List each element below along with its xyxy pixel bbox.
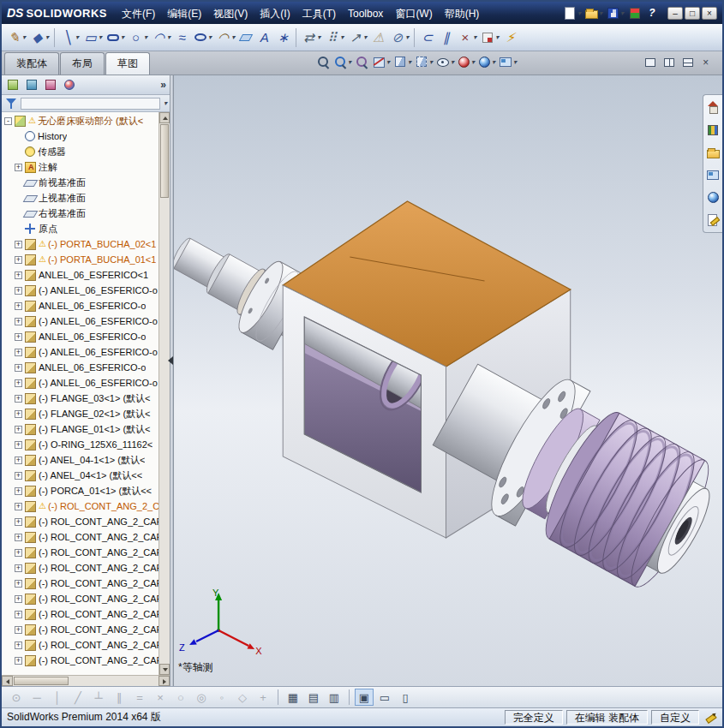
filter-vertices-icon[interactable]: ▯ — [396, 689, 415, 706]
tree-item[interactable]: +(-) ROL_CONT_ANG_2_CARR — [2, 653, 159, 668]
tree-item[interactable]: 右视基准面 — [2, 206, 159, 221]
expander-icon[interactable]: + — [15, 472, 22, 480]
tree-item[interactable]: +ANLEL_06_ESFERICO-o — [2, 329, 159, 344]
expander-icon[interactable]: - — [4, 117, 12, 125]
restore-button[interactable]: □ — [685, 7, 700, 20]
options-icon[interactable]: ▾ — [479, 27, 500, 48]
expander-icon[interactable]: + — [15, 564, 22, 572]
design-library-tab[interactable] — [705, 122, 721, 138]
sketch-alert-icon[interactable]: ⚠ — [369, 27, 387, 48]
tree-item[interactable]: +(-) ROL_CONT_ANG_2_CARR — [2, 637, 159, 653]
panel-expand-chevron-icon[interactable]: » — [160, 79, 166, 91]
expander-icon[interactable]: + — [15, 456, 22, 464]
zoom-area-icon[interactable]: ▾ — [332, 54, 352, 69]
scroll-left-icon[interactable] — [2, 676, 13, 686]
expander-icon[interactable]: + — [15, 364, 22, 372]
menu-item[interactable]: 帮助(H) — [439, 4, 486, 23]
selection-filter-icon[interactable]: ▭ — [375, 689, 394, 706]
propertymanager-tab[interactable] — [24, 77, 39, 92]
smart-dimension-icon[interactable]: ◆▾ — [28, 27, 51, 48]
custom-properties-tab[interactable] — [705, 212, 721, 228]
menu-item[interactable]: 视图(V) — [207, 4, 254, 23]
configurationmanager-tab[interactable] — [43, 77, 58, 92]
tree-item[interactable]: 传感器 — [2, 144, 159, 159]
tree-item[interactable]: +(-) ANLEL_06_ESFERICO-o — [2, 344, 159, 360]
filter-toggle-icon[interactable]: ▣ — [355, 689, 374, 706]
rectangle-icon[interactable]: ▭▾ — [81, 27, 104, 48]
tree-item[interactable]: +(-) ANEL_04-1<1> (默认< — [2, 452, 159, 468]
open-button[interactable]: ▾ — [584, 6, 603, 20]
edit-appearance-icon[interactable]: ▾ — [457, 55, 476, 69]
tree-item[interactable]: +(-) ROL_CONT_ANG_2_CARR — [2, 622, 159, 637]
expander-icon[interactable]: + — [15, 164, 22, 171]
relation-fix-icon[interactable]: × — [151, 689, 170, 706]
minimize-button[interactable]: – — [667, 7, 683, 20]
expander-icon[interactable]: + — [15, 256, 22, 264]
graphics-viewport[interactable]: Y X Z *等轴测 — [174, 75, 722, 686]
menu-item[interactable]: 编辑(E) — [161, 4, 207, 23]
expander-icon[interactable]: + — [15, 318, 22, 325]
tree-item[interactable]: +ANLEL_06_ESFERICO<1 — [2, 267, 159, 283]
expander-icon[interactable]: + — [15, 641, 22, 649]
section-view-icon[interactable]: ▾ — [371, 54, 391, 69]
split-viewport-vertical-icon[interactable] — [681, 56, 695, 69]
filter-funnel-icon[interactable] — [4, 97, 18, 110]
expander-icon[interactable]: + — [15, 549, 22, 557]
move-entities-icon[interactable]: ↗▾ — [346, 27, 368, 48]
tree-item[interactable]: +(-) ANEL_04<1> (默认<< — [2, 468, 159, 483]
edit-pencil-icon[interactable] — [704, 711, 717, 724]
expander-icon[interactable]: + — [15, 518, 22, 526]
tree-item[interactable]: +(-) ROL_CONT_ANG_2_CARR — [2, 606, 159, 622]
snap-settings-icon[interactable]: ▤ — [304, 689, 323, 706]
scrollbar-thumb[interactable] — [14, 677, 69, 685]
expander-icon[interactable]: + — [15, 595, 22, 603]
tree-item[interactable]: +(-) ANLEL_06_ESFERICO-o — [2, 375, 159, 391]
menu-item[interactable]: 插入(I) — [254, 4, 296, 23]
fillet-icon[interactable]: ◠▾ — [214, 27, 236, 48]
model-3d[interactable]: Y X Z — [174, 75, 722, 686]
tree-item[interactable]: +(-) ROL_CONT_ANG_2_CARR — [2, 591, 159, 606]
tree-item[interactable]: +⚠(-) PORTA_BUCHA_02<1 — [2, 236, 159, 252]
tree-item[interactable]: +ANLEL_06_ESFERICO-o — [2, 360, 159, 375]
filter-dropdown-icon[interactable]: ▾ — [164, 99, 167, 107]
relation-horizontal-icon[interactable]: ─ — [27, 689, 46, 706]
tab-布局[interactable]: 布局 — [60, 52, 105, 75]
mirror-entities-icon[interactable]: ⇄▾ — [300, 27, 322, 48]
grid-settings-icon[interactable]: ▦ — [284, 689, 302, 706]
tree-item[interactable]: +(-) ROL_CONT_ANG_2_CARR — [2, 576, 159, 591]
menu-item[interactable]: 窗口(W) — [389, 4, 438, 23]
arc-icon[interactable]: ◠▾ — [150, 27, 172, 48]
menu-item[interactable]: Toolbox — [342, 4, 389, 23]
maximize-viewport-icon[interactable] — [643, 56, 657, 69]
tree-item[interactable]: +(-) ANLEL_06_ESFERICO-o — [2, 313, 159, 329]
tree-item[interactable]: +(-) FLANGE_02<1> (默认< — [2, 406, 159, 421]
tree-item[interactable]: +(-) ROL_CONT_ANG_2_CARR — [2, 545, 159, 560]
expander-icon[interactable]: + — [15, 626, 22, 634]
trim-entities-icon[interactable]: ×▾ — [456, 27, 478, 48]
tree-item[interactable]: History — [2, 128, 159, 144]
tree-root-item[interactable]: - ⚠ 无心磨床驱动部分 (默认< — [2, 113, 159, 128]
new-document-button[interactable]: ▾ — [562, 6, 582, 21]
relation-parallel-icon[interactable]: ∥ — [110, 689, 129, 706]
filter-input[interactable] — [21, 98, 160, 110]
tree-item[interactable]: +(-) ROL_CONT_ANG_2_CARR — [2, 514, 159, 529]
display-style-icon[interactable]: ▾ — [414, 54, 434, 69]
scrollbar-thumb[interactable] — [160, 124, 169, 198]
spline-icon[interactable]: ≈ — [173, 27, 191, 48]
tree-item[interactable]: +(-) ROL_CONT_ANG_2_CARR — [2, 529, 159, 545]
previous-view-icon[interactable] — [354, 54, 369, 69]
expander-icon[interactable]: + — [15, 534, 22, 541]
relation-collinear-icon[interactable]: ╱ — [69, 689, 87, 706]
tree-item[interactable]: 上视基准面 — [2, 190, 159, 206]
appearances-tab[interactable] — [706, 190, 721, 205]
hide-show-items-icon[interactable]: ▾ — [435, 54, 455, 69]
relation-symmetric-icon[interactable]: ◇ — [233, 689, 252, 706]
relation-tangent-icon[interactable]: ○ — [171, 689, 190, 706]
expander-icon[interactable]: + — [15, 580, 22, 588]
offset-entities-icon[interactable]: ∥ — [437, 27, 455, 48]
apply-scene-icon[interactable]: ▾ — [477, 55, 496, 69]
zoom-fit-icon[interactable] — [315, 54, 331, 69]
expander-icon[interactable]: + — [15, 302, 22, 310]
tree-item[interactable]: +ANLEL_06_ESFERICO-o — [2, 298, 159, 313]
tree-item[interactable]: +⚠(-) ROL_CONT_ANG_2_C. — [2, 498, 159, 514]
